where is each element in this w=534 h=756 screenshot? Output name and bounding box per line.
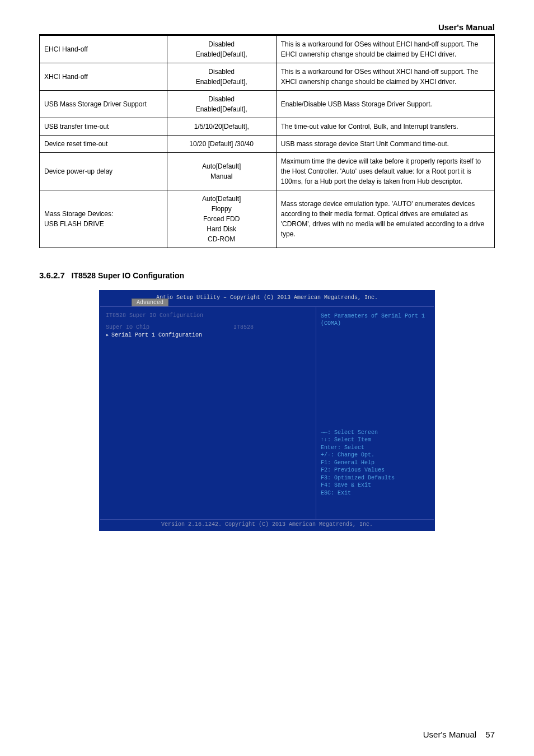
cell-item: Mass Storage Devices: USB FLASH DRIVE [40,190,167,248]
bios-serial-port-label: Serial Port 1 Configuration [111,332,202,338]
table-row: USB Mass Storage Driver Support Disabled… [40,91,495,118]
cell-item: XHCI Hand-off [40,63,167,91]
cell-item: EHCI Hand-off [40,36,167,63]
bios-chip-value: IT8528 [233,324,254,330]
bios-key-line: F3: Optimized Defaults [321,474,429,482]
footer-page-number: 57 [485,730,495,739]
footer-label: User's Manual [423,730,476,739]
bios-body: IT8528 Super IO Configuration Super IO C… [100,306,434,519]
triangle-right-icon: ▸ [106,332,109,338]
cell-desc: Enable/Disable USB Mass Storage Driver S… [276,91,494,118]
bios-screenshot: Aptio Setup Utility – Copyright (C) 2013… [39,290,495,531]
bios-tab-advanced: Advanced [132,298,168,306]
table-row: Device power-up delay Auto[Default] Manu… [40,153,495,190]
bios-window: Aptio Setup Utility – Copyright (C) 2013… [99,290,435,531]
cell-options: 10/20 [Default] /30/40 [167,136,276,153]
cell-desc: USB mass storage device Start Unit Comma… [276,136,494,153]
cell-desc: Mass storage device emulation type. 'AUT… [276,190,494,248]
bios-key-line: ↑↓: Select Item [321,436,429,444]
table-row: Mass Storage Devices: USB FLASH DRIVE Au… [40,190,495,248]
cell-item: Device reset time-out [40,136,167,153]
cell-options: Disabled Enabled[Default], [167,36,276,63]
settings-table: EHCI Hand-off Disabled Enabled[Default],… [39,35,495,248]
bios-left-pane: IT8528 Super IO Configuration Super IO C… [100,307,316,519]
bios-key-line: Enter: Select [321,444,429,452]
bios-left-heading: IT8528 Super IO Configuration [106,312,223,319]
page-header-title: User's Manual [39,22,495,32]
bios-right-pane: Set Parameters of Serial Port 1 (COMA) →… [316,307,434,519]
bios-bottombar: Version 2.16.1242. Copyright (C) 2013 Am… [100,519,434,530]
bios-chip-label: Super IO Chip [106,324,223,330]
settings-tbody: EHCI Hand-off Disabled Enabled[Default],… [40,36,495,248]
bios-help-text: Set Parameters of Serial Port 1 (COMA) [321,312,429,327]
section-number: 3.6.2.7 [39,270,65,280]
table-row: Device reset time-out 10/20 [Default] /3… [40,136,495,153]
table-row: USB transfer time-out 1/5/10/20[Default]… [40,118,495,136]
bios-key-hints: →←: Select Screen ↑↓: Select Item Enter:… [321,429,429,497]
cell-options: Auto[Default] Floppy Forced FDD Hard Dis… [167,190,276,248]
table-row: EHCI Hand-off Disabled Enabled[Default],… [40,36,495,63]
table-row: XHCI Hand-off Disabled Enabled[Default],… [40,63,495,91]
section-heading: 3.6.2.7 IT8528 Super IO Configuration [39,270,495,280]
bios-key-line: F4: Save & Exit [321,482,429,489]
cell-options: Disabled Enabled[Default], [167,63,276,91]
cell-desc: This is a workaround for OSes without EH… [276,36,494,63]
cell-desc: This is a workaround for OSes without XH… [276,63,494,91]
bios-key-line: +/-: Change Opt. [321,451,429,459]
cell-item: USB Mass Storage Driver Support [40,91,167,118]
bios-key-line: →←: Select Screen [321,429,429,437]
cell-item: Device power-up delay [40,153,167,190]
cell-desc: The time-out value for Control, Bulk, an… [276,118,494,136]
cell-options: Auto[Default] Manual [167,153,276,190]
cell-options: 1/5/10/20[Default], [167,118,276,136]
bios-key-line: ESC: Exit [321,489,429,497]
cell-desc: Maximum time the device will take before… [276,153,494,190]
cell-item: USB transfer time-out [40,118,167,136]
section-title: IT8528 Super IO Configuration [72,271,184,280]
bios-topbar: Aptio Setup Utility – Copyright (C) 2013… [100,291,434,306]
page-footer: User's Manual 57 [423,730,495,739]
bios-key-line: F1: General Help [321,459,429,467]
bios-key-line: F2: Previous Values [321,466,429,474]
bios-serial-port-item: ▸Serial Port 1 Configuration [106,332,223,338]
cell-options: Disabled Enabled[Default], [167,91,276,118]
